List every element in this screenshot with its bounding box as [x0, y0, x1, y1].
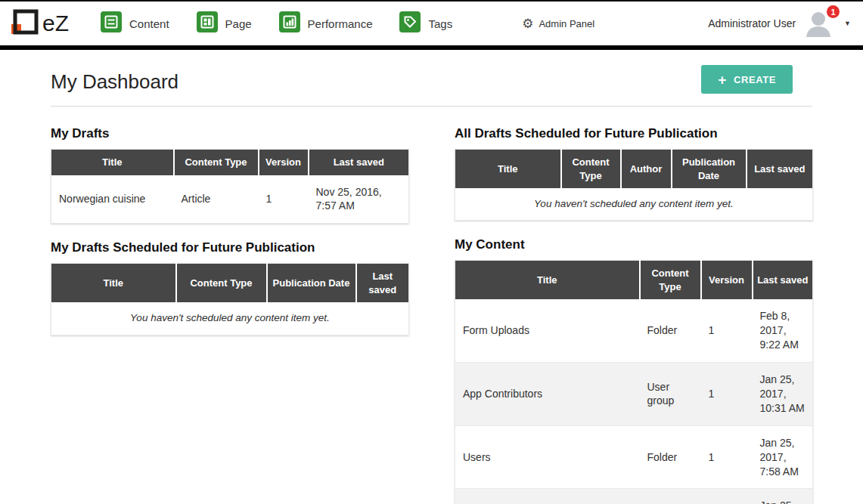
my-drafts-scheduled-table: Title Content Type Publication Date Last…	[51, 263, 409, 335]
table-row[interactable]: App Contributors User group 1 Jan 25, 20…	[455, 363, 813, 426]
column-header: Author	[621, 150, 672, 189]
cell-last-saved: Nov 25, 2016, 7:57 AM	[309, 175, 409, 224]
cell-version: 1	[701, 489, 753, 504]
column-header: Publication Date	[672, 150, 747, 189]
right-column: All Drafts Scheduled for Future Publicat…	[455, 110, 812, 504]
column-header: Version	[701, 261, 753, 300]
table-header-row: Title Content Type Version Last saved	[51, 150, 409, 175]
column-header: Last saved	[356, 264, 409, 303]
empty-message: You haven't scheduled any content item y…	[51, 302, 409, 335]
column-header: Last saved	[753, 261, 813, 300]
cell-last-saved: Jan 25, 2017, 7:55 AM	[753, 489, 813, 504]
my-drafts-scheduled-title: My Drafts Scheduled for Future Publicati…	[51, 240, 408, 255]
cell-content-type: Article	[174, 175, 259, 224]
table-header-row: Title Content Type Author Publication Da…	[455, 150, 813, 189]
cell-version: 1	[259, 175, 309, 224]
plus-icon: +	[718, 73, 727, 87]
user-area: Administrator User 1 ▼	[708, 10, 851, 37]
cell-last-saved: Jan 25, 2017, 7:58 AM	[753, 425, 813, 489]
ez-logo[interactable]: eZ	[8, 5, 69, 42]
cell-version: 1	[701, 425, 753, 489]
cell-title: Form Uploads	[455, 299, 640, 362]
cell-version: 1	[701, 363, 753, 426]
column-header: Title	[51, 150, 174, 175]
cell-content-type: Folder	[640, 425, 701, 489]
nav-label-page: Page	[225, 17, 252, 30]
nav-label-tags: Tags	[428, 17, 452, 30]
column-header: Title	[455, 261, 640, 300]
nav-label-content: Content	[129, 17, 169, 30]
table-row[interactable]: App Folder 1 Jan 25, 2017, 7:55 AM	[455, 489, 813, 504]
logo-text: eZ	[42, 11, 69, 36]
cell-title: App Contributors	[455, 363, 640, 426]
cell-version: 1	[701, 299, 753, 362]
nav-label-performance: Performance	[308, 17, 373, 30]
column-header: Content Type	[176, 264, 267, 303]
column-header: Version	[259, 150, 309, 175]
left-column: My Drafts Title Content Type Version Las…	[51, 110, 408, 504]
column-header: Content Type	[640, 261, 701, 300]
table-header-row: Title Content Type Version Last saved	[455, 261, 813, 300]
nav-item-content[interactable]: Content	[101, 11, 169, 36]
tags-icon	[399, 11, 421, 36]
table-header-row: Title Content Type Publication Date Last…	[51, 264, 409, 303]
column-header: Content Type	[561, 150, 621, 189]
cell-content-type: Folder	[640, 299, 701, 362]
cell-title: Norwegian cuisine	[51, 175, 174, 224]
dashboard-columns: My Drafts Title Content Type Version Las…	[51, 110, 812, 504]
gear-icon: ⚙	[522, 17, 533, 30]
all-drafts-scheduled-title: All Drafts Scheduled for Future Publicat…	[455, 126, 812, 141]
column-header: Last saved	[747, 150, 813, 189]
all-drafts-scheduled-table: Title Content Type Author Publication Da…	[455, 149, 813, 221]
main-nav: Content Page Performance Tags	[101, 11, 480, 36]
ez-logo-icon	[8, 5, 39, 42]
user-avatar[interactable]: 1	[803, 10, 837, 37]
top-bar: eZ Content Page Performance Tags	[0, 0, 863, 50]
table-row[interactable]: Form Uploads Folder 1 Feb 8, 2017, 9:22 …	[455, 299, 813, 362]
nav-item-performance[interactable]: Performance	[279, 11, 373, 36]
cell-last-saved: Jan 25, 2017, 10:31 AM	[753, 363, 813, 426]
my-drafts-table: Title Content Type Version Last saved No…	[51, 149, 409, 224]
nav-item-page[interactable]: Page	[197, 11, 252, 36]
column-header: Last saved	[309, 150, 409, 175]
my-drafts-title: My Drafts	[51, 126, 408, 141]
table-row[interactable]: Users Folder 1 Jan 25, 2017, 7:58 AM	[455, 425, 813, 489]
admin-panel-label: Admin Panel	[539, 18, 594, 29]
column-header: Content Type	[174, 150, 259, 175]
empty-message: You haven't scheduled any content item y…	[455, 188, 813, 221]
page-icon	[197, 11, 218, 36]
cell-last-saved: Feb 8, 2017, 9:22 AM	[753, 299, 813, 362]
column-header: Publication Date	[267, 264, 356, 303]
performance-icon	[279, 11, 300, 36]
table-row[interactable]: Norwegian cuisine Article 1 Nov 25, 2016…	[51, 175, 409, 224]
cell-content-type: User group	[640, 363, 701, 426]
dashboard-main: My Dashboard + CREATE My Drafts Title Co…	[0, 50, 863, 504]
title-divider	[51, 106, 812, 107]
create-button-label: CREATE	[734, 74, 776, 85]
my-content-table: Title Content Type Version Last saved Fo…	[455, 260, 813, 504]
cell-content-type: Folder	[640, 489, 701, 504]
nav-item-tags[interactable]: Tags	[399, 11, 452, 36]
create-button[interactable]: + CREATE	[701, 65, 793, 94]
admin-panel-menu[interactable]: ⚙ Admin Panel	[522, 17, 594, 30]
user-name[interactable]: Administrator User	[708, 17, 796, 29]
column-header: Title	[455, 150, 561, 189]
cell-title: Users	[455, 425, 640, 489]
page-head: My Dashboard + CREATE	[51, 65, 812, 94]
column-header: Title	[51, 264, 176, 303]
content-icon	[101, 11, 122, 36]
cell-title: App	[455, 489, 640, 504]
empty-row: You haven't scheduled any content item y…	[51, 302, 409, 335]
my-content-title: My Content	[455, 237, 812, 252]
page-title: My Dashboard	[51, 70, 178, 94]
chevron-down-icon[interactable]: ▼	[844, 20, 851, 27]
notification-badge[interactable]: 1	[827, 5, 840, 18]
empty-row: You haven't scheduled any content item y…	[455, 188, 813, 221]
